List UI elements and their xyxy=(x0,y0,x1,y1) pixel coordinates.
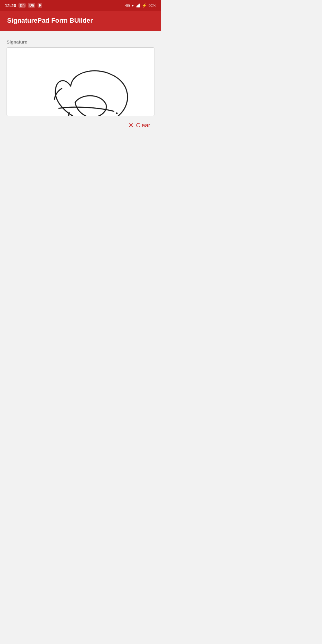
app-bar-title: SignaturePad Form BUilder xyxy=(7,17,154,24)
wifi-icon: ▾ xyxy=(132,3,134,8)
status-time: 12:20 xyxy=(5,3,16,8)
status-bar: 12:20 Dh Dh P 4G ▾ ⚡ 92% xyxy=(0,0,161,11)
divider xyxy=(7,135,154,135)
main-content: Signature ✕ Clear xyxy=(0,31,161,135)
signal-icon xyxy=(136,3,140,7)
battery-icon: ⚡ xyxy=(142,3,147,8)
status-bar-right: 4G ▾ ⚡ 92% xyxy=(125,3,156,8)
dh-icon-1: Dh xyxy=(18,3,26,8)
network-type: 4G xyxy=(125,3,130,8)
p-icon: P xyxy=(38,3,42,8)
clear-label: Clear xyxy=(136,122,150,129)
clear-button[interactable]: ✕ Clear xyxy=(125,120,153,131)
status-bar-left: 12:20 Dh Dh P xyxy=(5,3,42,8)
clear-icon: ✕ xyxy=(128,122,134,129)
battery-percentage: 92% xyxy=(148,3,156,8)
clear-button-row: ✕ Clear xyxy=(7,120,154,131)
signature-label: Signature xyxy=(7,39,154,44)
dh-icon-2: Dh xyxy=(28,3,35,8)
signature-canvas[interactable] xyxy=(7,48,154,116)
app-bar: SignaturePad Form BUilder xyxy=(0,11,161,31)
signature-pad[interactable] xyxy=(7,47,154,116)
